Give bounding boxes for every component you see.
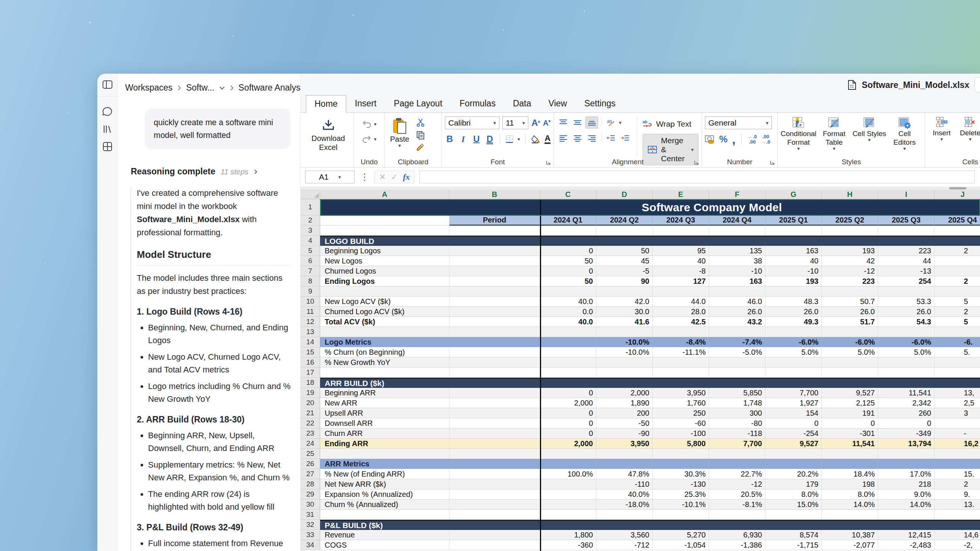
cell[interactable]: 50.7 (822, 296, 878, 307)
row-header-26[interactable]: 26 (301, 459, 320, 469)
row-label-cell[interactable]: Net New ARR ($k) (320, 479, 449, 489)
cell[interactable] (597, 510, 653, 520)
cell[interactable]: -130 (653, 479, 709, 489)
cell[interactable]: 0 (540, 266, 597, 276)
undo-dropdown-caret[interactable]: ▾ (374, 122, 377, 126)
cell[interactable]: -90 (597, 428, 653, 439)
cell[interactable] (540, 510, 597, 520)
cell[interactable] (878, 368, 934, 378)
tab-insert[interactable]: Insert (346, 95, 385, 112)
cell[interactable]: -11.1% (653, 347, 709, 357)
cell[interactable]: -1,054 (653, 540, 709, 550)
column-header-C[interactable]: C (540, 190, 597, 199)
cell[interactable] (449, 226, 540, 236)
row-label-cell[interactable]: Total ACV ($k) (320, 317, 449, 327)
cell[interactable]: 223 (878, 246, 934, 256)
cell[interactable] (709, 226, 765, 236)
cell[interactable] (597, 226, 653, 236)
row-header-31[interactable]: 31 (301, 510, 320, 520)
cell[interactable]: 2,5 (934, 398, 980, 408)
cell[interactable] (320, 215, 449, 226)
cell[interactable]: 22.7% (709, 469, 765, 479)
fill-color-icon[interactable] (531, 135, 541, 143)
row-header-27[interactable]: 27 (301, 469, 320, 479)
row-header-33[interactable]: 33 (301, 530, 320, 540)
cell[interactable] (449, 296, 540, 307)
cell[interactable]: -1,715 (765, 540, 822, 550)
cell[interactable] (653, 459, 709, 469)
cell[interactable] (878, 449, 934, 459)
cell[interactable] (822, 510, 878, 520)
cell[interactable]: 179 (765, 479, 822, 489)
cell[interactable]: -6.0% (878, 337, 934, 347)
cell[interactable] (320, 226, 449, 236)
row-header-11[interactable]: 11 (301, 307, 320, 317)
cell[interactable]: 30.3% (653, 469, 709, 479)
cell[interactable] (449, 439, 540, 449)
cell[interactable]: 41.6 (597, 317, 653, 327)
cell[interactable]: 2,125 (822, 398, 878, 408)
cell[interactable]: 2,000 (540, 398, 597, 408)
cell[interactable]: 51.7 (822, 317, 878, 327)
cell[interactable] (822, 449, 878, 459)
cell[interactable]: 18.4% (822, 469, 878, 479)
cell[interactable] (540, 357, 597, 368)
cell[interactable]: 50 (597, 246, 653, 256)
increase-decimal-icon[interactable]: ←.0.00 (748, 134, 757, 145)
sheet-title-cell[interactable]: Software Company Model (320, 199, 980, 215)
cell[interactable]: 5.0% (878, 347, 934, 357)
cell[interactable] (822, 327, 878, 337)
cell[interactable] (597, 449, 653, 459)
cell[interactable] (709, 357, 765, 368)
cell[interactable]: 13. (934, 500, 980, 510)
row-label-cell[interactable]: New Logo ACV ($k) (320, 296, 449, 307)
cell[interactable] (934, 266, 980, 276)
cell[interactable] (934, 418, 980, 428)
cell[interactable]: 40.0% (597, 489, 653, 500)
cell[interactable]: 9,527 (822, 388, 878, 398)
cell[interactable]: 11,541 (878, 388, 934, 398)
cell[interactable] (822, 459, 878, 469)
font-color-icon[interactable]: A (544, 135, 550, 144)
number-dialog-launcher-icon[interactable] (770, 160, 775, 165)
cell[interactable]: 90 (597, 276, 653, 287)
cell[interactable]: -6.0% (765, 337, 822, 347)
borders-icon[interactable] (505, 135, 514, 143)
insert-function-icon[interactable]: fx (403, 172, 410, 182)
cell[interactable]: 50 (540, 276, 597, 287)
align-top-icon[interactable] (557, 116, 570, 129)
quarter-header-cell[interactable]: 2025 Q1 (765, 215, 822, 226)
cell[interactable] (597, 357, 653, 368)
column-header-A[interactable]: A (320, 190, 449, 199)
insert-cells-button[interactable]: Insert ▾ (929, 116, 955, 157)
cell[interactable]: 40.0 (540, 296, 597, 307)
cell[interactable]: 5,850 (709, 388, 765, 398)
cell[interactable] (822, 368, 878, 378)
cell[interactable] (540, 347, 597, 357)
copy-icon[interactable] (416, 131, 425, 139)
cell[interactable]: 5. (934, 347, 980, 357)
cell[interactable] (822, 226, 878, 236)
row-header-10[interactable]: 10 (301, 296, 320, 307)
row-label-cell[interactable]: % New Growth YoY (320, 357, 449, 368)
cell[interactable]: 3,560 (597, 530, 653, 540)
cell[interactable]: -110 (597, 479, 653, 489)
cell[interactable]: 198 (822, 479, 878, 489)
grid-corner-select-all[interactable] (301, 190, 320, 199)
cell[interactable] (709, 287, 765, 296)
cell[interactable] (597, 368, 653, 378)
row-label-cell[interactable]: Revenue (320, 530, 449, 540)
cell[interactable]: -6. (934, 337, 980, 347)
cell[interactable]: 300 (709, 408, 765, 418)
row-header-18[interactable]: 18 (301, 378, 320, 388)
cell[interactable]: 135 (709, 246, 765, 256)
row-header-2[interactable]: 2 (301, 215, 320, 226)
cell[interactable]: 15. (934, 469, 980, 479)
row-label-cell[interactable]: Beginning ARR (320, 388, 449, 398)
cell[interactable]: -50 (597, 418, 653, 428)
cell[interactable] (449, 388, 540, 398)
cell[interactable] (653, 510, 709, 520)
scrollbar-thumb[interactable] (949, 187, 966, 190)
tab-formulas[interactable]: Formulas (451, 95, 504, 112)
cell[interactable] (320, 327, 449, 337)
